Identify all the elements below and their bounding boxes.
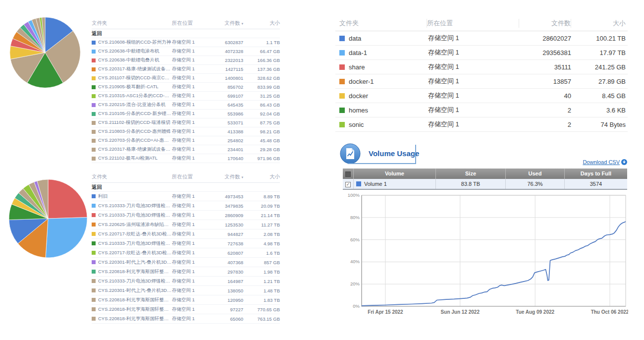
folder-name: CYS.210315-ASC1分条的CCD-ATL分条机 <box>98 93 172 99</box>
folder-location: 存储空间 1 <box>172 259 211 266</box>
table-row[interactable]: CYS.210105-分条的CCD-新乡锂威（三期）存储空间 155398692… <box>92 110 280 118</box>
folder-name-cell: CYS.210608-模组的CCD-苏州力神 <box>92 39 172 46</box>
folder-file-count: 727638 <box>211 241 243 246</box>
column-size[interactable]: 大小 <box>243 173 280 180</box>
table-row[interactable]: CYS.201107-模切的CCD-南京CATL存储空间 11400801328… <box>92 74 280 83</box>
table-row[interactable]: CYS.220818-利元亨海斯国轩整线-面板激光焊接-...存储空间 1972… <box>92 305 280 314</box>
folder-name: CYS.211102-模切的CCD-瑞浦模切 <box>98 119 170 126</box>
column-location[interactable]: 所在位置 <box>172 20 211 27</box>
download-csv-link[interactable]: Download CSV <box>583 159 620 165</box>
table-row[interactable]: CYS.220717-欣旺达-叠片机3D检测-3D存储空间 19448272.0… <box>92 229 280 239</box>
select-all-checkbox[interactable] <box>345 171 351 177</box>
folder-file-count: 29356381 <box>520 49 571 57</box>
select-all-checkbox-cell[interactable] <box>343 169 354 179</box>
table-row[interactable]: CYS.210905-极耳翻折-CATL存储空间 1856702833.99 G… <box>92 83 280 92</box>
folder-name: CYS.210333-刀片电池3D焊缝检测-坪山 <box>98 240 172 247</box>
table-row[interactable]: share存储空间 135111241.25 GB <box>335 60 628 74</box>
folder-size: 763.15 GB <box>243 316 280 322</box>
column-volume[interactable]: Volume <box>354 169 436 179</box>
row-checkbox[interactable]: ✓ <box>345 182 351 187</box>
y-axis-tick-label: 100% <box>348 192 360 198</box>
table-row[interactable]: CYS.220625-温州瑞浦涂布缺陷检测存储空间 1125353011.27 … <box>92 220 280 229</box>
table-row[interactable]: data存储空间 128602027100.21 TB <box>335 31 628 46</box>
row-checkbox-cell[interactable]: ✓ <box>343 179 354 189</box>
column-folder[interactable]: 文件夹 <box>92 173 172 180</box>
folder-name: CYS.220638-中航锂电叠片机 <box>98 57 160 63</box>
plot-border <box>362 195 626 306</box>
column-size[interactable]: 大小 <box>243 20 280 27</box>
y-axis-tick-label: 60% <box>350 237 360 242</box>
folder-name-cell: CYS.221102-极耳AI检测ATL <box>92 155 172 162</box>
folder-color-chip <box>92 130 96 134</box>
table-row[interactable]: 利旧存储空间 149734538.89 TB <box>92 192 280 201</box>
folder-file-count: 164987 <box>211 279 243 284</box>
table-row[interactable]: CYS.210315-ASC1分条的CCD-ATL分条机存储空间 1699107… <box>92 92 280 101</box>
table-row[interactable]: CYS.220717-欣旺达-叠片机3D检测-2D存储空间 16208071.6… <box>92 248 280 258</box>
folder-size: 1.1 TB <box>243 40 280 45</box>
folder-color-chip <box>92 204 96 208</box>
folder-file-count: 856702 <box>211 84 243 90</box>
table-row[interactable]: CYS.220317-格康-绝缘测试设备一体机/缺陷检测存储空间 1142711… <box>92 65 280 74</box>
table-row[interactable]: CYS.220818-利元亨海斯国轩整线-顶盖焊-3D存储空间 12978301… <box>92 267 280 277</box>
column-folder[interactable]: 文件夹 <box>335 19 427 28</box>
column-files[interactable]: 文件数 <box>519 19 571 28</box>
column-folder[interactable]: 文件夹 <box>92 20 172 27</box>
back-link[interactable]: 返回 <box>92 183 280 192</box>
table-row[interactable]: CYS.221102-极耳AI检测ATL存储空间 1170640971.96 G… <box>92 154 280 163</box>
table-row[interactable]: CYS.220818-利元亨海斯国轩整线-密封钉存储空间 165060763.1… <box>92 314 280 324</box>
table-row[interactable]: CYS.210803-分条的CCD-惠州赣锋存储空间 141338898.21 … <box>92 127 280 136</box>
folder-size: 8.45 GB <box>571 92 628 100</box>
table-row[interactable]: CYS.220638-中航锂电叠片机存储空间 12322013166.36 GB <box>92 56 280 65</box>
table-row[interactable]: homes存储空间 123.6 KB <box>335 103 628 117</box>
folder-name: CYS.220717-欣旺达-叠片机3D检测-3D <box>98 231 172 237</box>
folder-color-chip <box>92 213 96 217</box>
folder-name: CYS.221102-极耳AI检测ATL <box>98 155 158 162</box>
folder-location: 存储空间 1 <box>428 77 520 86</box>
table-header: 文件夹 所在位置 文件数▾ 大小 <box>92 171 280 183</box>
table-row[interactable]: CYS.220703-分条的CCD+AI-惠州锂威存储空间 125480245.… <box>92 136 280 145</box>
column-size[interactable]: Size <box>436 169 506 179</box>
folder-name: CYS.220818-利元亨海斯国轩整线-面板激光焊接-... <box>98 306 172 313</box>
table-row[interactable]: CYS.220317-格康-绝缘测试设备一体机/定位存储空间 123440129… <box>92 145 280 154</box>
table-row[interactable]: docker-1存储空间 11385727.89 GB <box>335 74 628 89</box>
volume-days: 3574 <box>565 179 627 189</box>
volume-row[interactable]: ✓ Volume 1 83.8 TB 76.3% 3574 <box>343 179 627 190</box>
folder-color-chip <box>92 41 96 45</box>
table-row[interactable]: CYS.210608-模组的CCD-苏州力神存储空间 163028371.1 T… <box>92 38 280 47</box>
folder-location: 存储空间 1 <box>172 93 211 99</box>
column-files[interactable]: 文件数▾ <box>211 173 243 180</box>
folder-location: 存储空间 1 <box>172 102 211 108</box>
table-row[interactable]: CYS.220215-混合-比亚迪分条机存储空间 164543586.43 GB <box>92 101 280 110</box>
column-files[interactable]: 文件数▾ <box>211 20 243 27</box>
table-row[interactable]: CYS.210333-刀片电池3D焊缝检测-坪山存储空间 17276384.98… <box>92 239 280 248</box>
volume-color-chip <box>356 181 361 186</box>
table-row[interactable]: sonic存储空间 1274 Bytes <box>335 117 628 132</box>
column-used[interactable]: Used <box>506 169 565 179</box>
folder-size: 4.98 TB <box>243 241 280 246</box>
folder-name: CYS.220818-利元亨海斯国轩整线-顶盖焊-3D <box>98 269 172 275</box>
download-icon[interactable] <box>621 159 627 166</box>
table-row[interactable]: CYS.211102-模切的CCD-瑞浦模切存储空间 153307187.75 … <box>92 118 280 127</box>
folder-size: 166.36 GB <box>243 57 280 63</box>
column-days-to-full[interactable]: Days to Full <box>565 169 627 179</box>
column-location[interactable]: 所在位置 <box>172 173 211 180</box>
table-row[interactable]: CYS.210333-刀片电池3D焊缝检测-宁乡存储空间 1286090921.… <box>92 211 280 220</box>
table-row[interactable]: CYS.210333-刀片电池3D焊缝检测-重庆存储空间 11649871.21… <box>92 277 280 286</box>
column-location[interactable]: 所在位置 <box>427 19 519 28</box>
folder-name-cell: CYS.220301-时代上汽-叠片机3D检测-3D <box>92 259 172 266</box>
back-link[interactable]: 返回 <box>92 29 280 38</box>
column-size[interactable]: 大小 <box>571 19 628 28</box>
table-row[interactable]: CYS.210333-刀片电池3D焊缝检测-无为-2期存储空间 13479835… <box>92 201 280 211</box>
table-row[interactable]: CYS.220301-时代上汽-叠片机3D检测-3D存储空间 140736885… <box>92 258 280 267</box>
folder-name: CYS.220215-混合-比亚迪分条机 <box>98 102 165 108</box>
folder-size: 74 Bytes <box>571 121 628 128</box>
folder-file-count: 2322013 <box>211 57 243 63</box>
table-row[interactable]: data-1存储空间 12935638117.97 TB <box>335 46 628 60</box>
folder-color-chip <box>92 157 96 161</box>
volume-table: Volume Size Used Days to Full ✓ Volume 1… <box>343 169 627 190</box>
table-row[interactable]: CYS.220818-利元亨海斯国轩整线-顶盖焊-2D存储空间 11209501… <box>92 295 280 305</box>
folder-color-chip <box>339 36 345 41</box>
table-row[interactable]: docker存储空间 1408.45 GB <box>335 89 628 103</box>
table-row[interactable]: CYS.220301-时代上汽-叠片机3D检测-2D存储空间 11380501.… <box>92 286 280 295</box>
table-row[interactable]: CYS.220638-中航锂电涂布机存储空间 1407232866.47 GB <box>92 47 280 56</box>
